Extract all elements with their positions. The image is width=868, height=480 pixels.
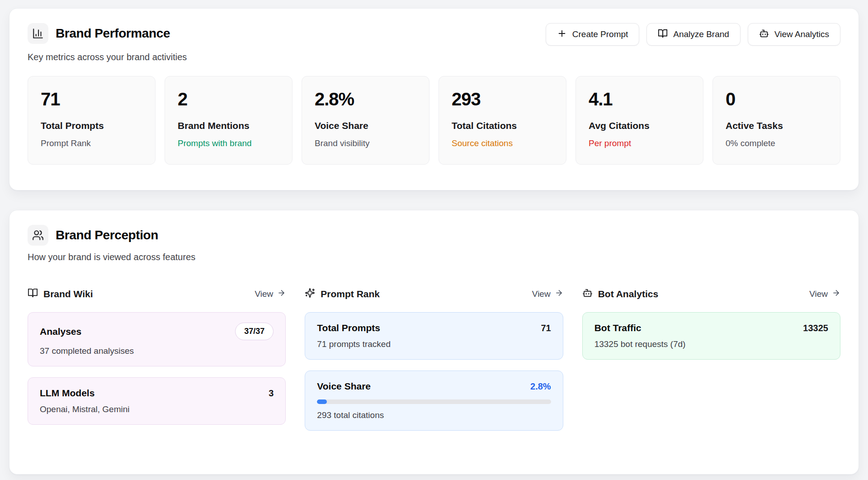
analyses-sub: 37 completed analysises <box>40 346 274 356</box>
metric-sub: Brand visibility <box>315 138 416 148</box>
metric-sub: Per prompt <box>589 138 690 148</box>
metric-label: Active Tasks <box>726 120 827 131</box>
metric-sub: Source citations <box>452 138 553 148</box>
metric-sub: Prompts with brand <box>178 138 279 148</box>
llm-models-title: LLM Models <box>40 388 94 399</box>
plus-icon <box>557 29 567 41</box>
bar-chart-icon <box>28 23 48 44</box>
brand-wiki-title: Brand Wiki <box>28 288 93 300</box>
analyses-count-badge: 37/37 <box>235 323 274 340</box>
users-icon <box>28 225 48 246</box>
metric-sub: 0% complete <box>726 138 827 148</box>
arrow-right-icon <box>277 289 286 299</box>
analyze-brand-button[interactable]: Analyze Brand <box>646 23 741 46</box>
prompt-rank-column: Prompt Rank View Total Prompts 71 71 pro… <box>305 288 563 431</box>
prompt-rank-title: Prompt Rank <box>305 288 380 300</box>
total-prompts-title: Total Prompts <box>317 323 380 333</box>
metric-value: 2.8% <box>315 89 416 109</box>
sparkles-icon <box>305 288 315 300</box>
brand-performance-title: Brand Performance <box>56 26 170 41</box>
bot-traffic-sub: 13325 bot requests (7d) <box>594 339 828 349</box>
llm-models-value: 3 <box>269 388 274 399</box>
brand-perception-subtitle: How your brand is viewed across features <box>28 252 840 262</box>
metric-card-voice-share: 2.8% Voice Share Brand visibility <box>302 76 429 165</box>
metric-value: 4.1 <box>589 89 690 109</box>
analyses-title: Analyses <box>40 326 81 337</box>
voice-share-title: Voice Share <box>317 381 371 392</box>
total-prompts-sub: 71 prompts tracked <box>317 339 551 349</box>
brand-performance-header: Brand Performance Create Prompt Analyze … <box>28 23 840 46</box>
bot-icon <box>582 288 593 300</box>
total-prompts-card[interactable]: Total Prompts 71 71 prompts tracked <box>305 312 563 360</box>
bot-traffic-title: Bot Traffic <box>594 323 642 333</box>
metric-card-active-tasks: 0 Active Tasks 0% complete <box>712 76 840 165</box>
brand-performance-subtitle: Key metrics across your brand activities <box>28 52 840 62</box>
brand-perception-title: Brand Perception <box>56 228 158 242</box>
header-actions: Create Prompt Analyze Brand View Analyti… <box>546 23 840 46</box>
voice-share-value: 2.8% <box>530 381 551 392</box>
metric-label: Brand Mentions <box>178 120 279 131</box>
prompt-rank-view-link[interactable]: View <box>532 289 563 299</box>
voice-share-progress-fill <box>317 399 327 404</box>
brand-wiki-view-link[interactable]: View <box>255 289 286 299</box>
features-grid: Brand Wiki View Analyses 37/37 37 comple… <box>28 288 840 431</box>
metric-label: Total Prompts <box>41 120 142 131</box>
bot-analytics-column: Bot Analytics View Bot Traffic 13325 133… <box>582 288 840 431</box>
brand-performance-section: Brand Performance Create Prompt Analyze … <box>9 8 859 190</box>
voice-share-card[interactable]: Voice Share 2.8% 293 total citations <box>305 371 563 431</box>
metric-card-total-prompts: 71 Total Prompts Prompt Rank <box>28 76 156 165</box>
bot-icon <box>759 29 769 41</box>
llm-models-sub: Openai, Mistral, Gemini <box>40 404 274 414</box>
metric-value: 293 <box>452 89 553 109</box>
book-open-icon <box>658 29 668 41</box>
voice-share-progress-track <box>317 399 551 404</box>
bot-traffic-value: 13325 <box>803 323 828 333</box>
bot-analytics-view-link[interactable]: View <box>809 289 840 299</box>
llm-models-card[interactable]: LLM Models 3 Openai, Mistral, Gemini <box>28 377 286 425</box>
brand-perception-header: Brand Perception <box>28 225 840 246</box>
arrow-right-icon <box>555 289 563 299</box>
metric-value: 0 <box>726 89 827 109</box>
view-analytics-button[interactable]: View Analytics <box>748 23 840 46</box>
create-prompt-button[interactable]: Create Prompt <box>546 23 640 46</box>
metric-label: Avg Citations <box>589 120 690 131</box>
metric-label: Total Citations <box>452 120 553 131</box>
analyses-card[interactable]: Analyses 37/37 37 completed analysises <box>28 312 286 366</box>
metrics-row: 71 Total Prompts Prompt Rank 2 Brand Men… <box>28 76 840 165</box>
book-open-icon <box>28 288 38 300</box>
brand-perception-section: Brand Perception How your brand is viewe… <box>9 210 859 475</box>
bot-analytics-title: Bot Analytics <box>582 288 658 300</box>
metric-value: 71 <box>41 89 142 109</box>
total-prompts-value: 71 <box>541 323 551 333</box>
metric-card-avg-citations: 4.1 Avg Citations Per prompt <box>576 76 703 165</box>
metric-label: Voice Share <box>315 120 416 131</box>
dashboard-page: Brand Performance Create Prompt Analyze … <box>0 0 868 475</box>
voice-share-sub: 293 total citations <box>317 410 551 420</box>
metric-card-brand-mentions: 2 Brand Mentions Prompts with brand <box>165 76 292 165</box>
bot-traffic-card[interactable]: Bot Traffic 13325 13325 bot requests (7d… <box>582 312 840 360</box>
metric-value: 2 <box>178 89 279 109</box>
brand-wiki-column: Brand Wiki View Analyses 37/37 37 comple… <box>28 288 286 431</box>
metric-card-total-citations: 293 Total Citations Source citations <box>439 76 566 165</box>
arrow-right-icon <box>832 289 840 299</box>
metric-sub: Prompt Rank <box>41 138 142 148</box>
